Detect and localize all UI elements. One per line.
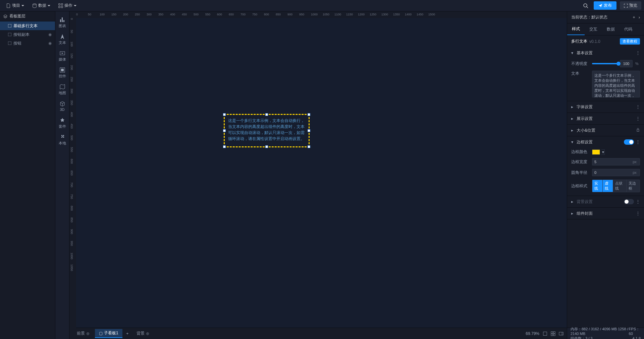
resize-handle-tl[interactable] (223, 113, 226, 116)
opacity-value[interactable]: 100 (620, 60, 633, 67)
more-icon[interactable]: ⋮ (636, 199, 640, 204)
tool-chart[interactable]: 图表 (55, 14, 69, 31)
border-style-dashed[interactable]: 虚线 (603, 180, 613, 192)
tab-style[interactable]: 样式 (567, 23, 585, 35)
prop-border-style: 边框样式 实线 虚线 点状线 无边框 (571, 180, 640, 192)
more-icon[interactable]: ⋮ (636, 140, 640, 144)
section-basic-header[interactable]: ▾ 基本设置 ⋮ (567, 47, 644, 59)
zoom-level: 69.79% (526, 331, 539, 336)
svg-rect-2 (61, 3, 63, 5)
section-border-header[interactable]: ▾ 边框设置 ⋮ (567, 136, 644, 148)
search-button[interactable] (581, 1, 590, 10)
resize-handle-br[interactable] (308, 145, 310, 148)
border-toggle[interactable] (624, 139, 634, 145)
puzzle-icon (59, 134, 65, 140)
tool-local[interactable]: 本地 (55, 131, 69, 148)
status-bar: 内存：882 / 3162 / 4096 MB 1258 / 2140 MB F… (567, 328, 644, 339)
panel-icon[interactable] (559, 331, 564, 336)
tab-interaction[interactable]: 交互 (585, 23, 602, 35)
border-style-none[interactable]: 无边框 (627, 180, 640, 192)
chevron-right-icon: ▸ (571, 211, 575, 216)
tool-control[interactable]: 控件 (55, 64, 69, 81)
more-icon[interactable]: ⋮ (636, 211, 640, 216)
border-style-dotted[interactable]: 点状线 (613, 180, 627, 192)
component-version: v0.1.0 (589, 39, 600, 44)
more-icon[interactable]: ⋮ (636, 116, 640, 121)
publish-button[interactable]: 发布 (594, 1, 616, 10)
section-display-header[interactable]: ▸ 展示设置 ⋮ (567, 113, 644, 124)
tab-data[interactable]: 数据 (602, 23, 620, 35)
preview-button[interactable]: 预览 (620, 1, 641, 10)
state-bar: 当前状态： 默认状态 ＋ › (567, 11, 644, 23)
fullscreen-icon (624, 4, 628, 8)
prop-body: ▾ 基本设置 ⋮ 不透明度 100 % (567, 47, 644, 328)
state-next-button[interactable]: › (639, 15, 640, 20)
add-tab-button[interactable]: + (124, 330, 131, 337)
text-icon (8, 33, 11, 36)
resize-handle-mr[interactable] (308, 129, 310, 132)
resize-handle-tm[interactable] (265, 113, 268, 116)
tab-background[interactable]: 背景⊕ (132, 329, 153, 338)
opacity-slider[interactable] (592, 63, 619, 64)
lock-icon[interactable] (636, 128, 640, 133)
resize-handle-bl[interactable] (223, 145, 226, 148)
resize-handle-ml[interactable] (223, 129, 226, 132)
tool-text[interactable]: 文本 (55, 31, 69, 48)
selected-component[interactable]: 这是一个多行文本示例，文本会自动换行，当文本内容的高度超出组件的高度时，文本可以… (224, 114, 310, 147)
add-state-button[interactable]: ＋ (632, 14, 636, 20)
radius-input[interactable]: 0 px (592, 169, 640, 176)
fit-icon[interactable] (543, 331, 547, 336)
canvas-wrap: 0501001502002503003504004505005506006507… (69, 11, 567, 339)
send-icon (598, 4, 602, 8)
section-sizepos-header[interactable]: ▸ 大小&位置 (567, 125, 644, 136)
chevron-right-icon: ▸ (571, 105, 575, 109)
border-style-solid[interactable]: 实线 (592, 180, 603, 192)
control-icon (59, 67, 65, 73)
resize-handle-bm[interactable] (265, 145, 268, 148)
section-display: ▸ 展示设置 ⋮ (567, 113, 644, 125)
layout-icon[interactable] (551, 331, 555, 336)
menu-actions[interactable]: 操作 (55, 1, 80, 10)
border-width-input[interactable]: 5 px (592, 158, 640, 165)
menu-project[interactable]: 项目 (3, 1, 28, 10)
main: 看板图层 基础多行文本 按钮副本 ◉ 按钮 ◉ 图表 文本 媒体 控件 地图 3… (0, 11, 644, 339)
tool-kit[interactable]: 套件 (55, 115, 69, 131)
cube-icon (59, 101, 65, 107)
more-icon[interactable]: ⋮ (636, 51, 640, 55)
visibility-icon[interactable]: ◉ (48, 41, 52, 46)
svg-rect-17 (559, 332, 563, 335)
menu-data[interactable]: 数据 (29, 1, 54, 10)
layer-item-button-copy[interactable]: 按钮副本 ◉ (0, 30, 55, 39)
border-style-group: 实线 虚线 点状线 无边框 (592, 180, 640, 192)
text-input[interactable]: 这是一个多行文本示例，文本会自动换行，当文本内容的高度超出组件的高度时，文本可以… (592, 71, 640, 97)
tool-map[interactable]: 地图 (55, 81, 69, 98)
canvas-area[interactable]: 这是一个多行文本示例，文本会自动换行，当文本内容的高度超出组件的高度时，文本可以… (76, 18, 567, 328)
chevron-right-icon: ▸ (571, 128, 575, 133)
chevron-down-icon (21, 4, 24, 7)
ruler-horizontal: 0501001502002503003504004505005506006507… (76, 11, 567, 18)
border-color-swatch[interactable] (592, 149, 600, 155)
section-font: ▸ 字体设置 ⋮ (567, 101, 644, 113)
tool-media[interactable]: 媒体 (55, 48, 69, 64)
chart-icon (59, 17, 65, 23)
visibility-icon[interactable]: ◉ (48, 32, 52, 37)
tab-subboard[interactable]: ▢子看板1 (95, 329, 122, 338)
text-icon (8, 24, 11, 27)
more-icon[interactable]: ⋮ (636, 105, 640, 109)
toolbox: 图表 文本 媒体 控件 地图 3D 套件 本地 (55, 11, 69, 339)
section-font-header[interactable]: ▸ 字体设置 ⋮ (567, 101, 644, 113)
svg-rect-3 (59, 6, 60, 7)
layer-item-button[interactable]: 按钮 ◉ (0, 39, 55, 48)
layers-icon (3, 14, 7, 18)
svg-rect-18 (637, 130, 639, 131)
section-cover-header[interactable]: ▸ 组件封面 ⋮ (567, 208, 644, 219)
ruler-corner (69, 11, 76, 18)
tab-code[interactable]: 代码 (620, 23, 637, 35)
resize-handle-tr[interactable] (308, 113, 310, 116)
layer-item-text[interactable]: 基础多行文本 (0, 21, 55, 30)
section-bg-header[interactable]: ▸ 背景设置 ⋮ (567, 196, 644, 207)
bg-toggle[interactable] (624, 199, 634, 204)
tool-3d[interactable]: 3D (55, 98, 69, 115)
tutorial-button[interactable]: 查看教程 (620, 38, 640, 45)
color-dropdown[interactable]: ▾ (601, 149, 605, 155)
